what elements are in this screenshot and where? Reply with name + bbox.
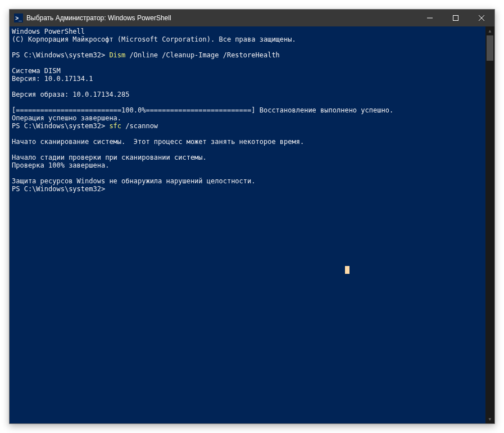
- output-line: [==========================100.0%=======…: [12, 106, 485, 114]
- terminal-area: Windows PowerShell(C) Корпорация Майкрос…: [10, 26, 494, 423]
- output-line: Защита ресурсов Windows не обнаружила на…: [12, 177, 485, 185]
- close-button[interactable]: [469, 10, 494, 26]
- scroll-down-arrow[interactable]: ▼: [485, 414, 494, 423]
- close-icon: [479, 15, 484, 21]
- prompt-path: PS C:\Windows\system32>: [12, 122, 109, 130]
- output-line: [12, 146, 485, 154]
- maximize-icon: [453, 15, 458, 21]
- output-line: Операция успешно завершена.: [12, 114, 485, 122]
- minimize-icon: [427, 15, 433, 21]
- window-titlebar[interactable]: >_ Выбрать Администратор: Windows PowerS…: [10, 10, 494, 26]
- output-line: [12, 130, 485, 138]
- maximize-button[interactable]: [443, 10, 469, 26]
- svg-rect-1: [453, 16, 458, 21]
- output-line: [12, 59, 485, 67]
- mouse-cursor: [345, 266, 349, 274]
- output-line: [12, 169, 485, 177]
- minimize-button[interactable]: [417, 10, 443, 26]
- output-line: (C) Корпорация Майкрософт (Microsoft Cor…: [12, 35, 485, 43]
- powershell-window: >_ Выбрать Администратор: Windows PowerS…: [9, 9, 495, 424]
- vertical-scrollbar[interactable]: ▲ ▼: [485, 26, 494, 423]
- output-line: Windows PowerShell: [12, 28, 485, 35]
- output-line: Начало стадии проверки при сканировании …: [12, 154, 485, 161]
- terminal-output[interactable]: Windows PowerShell(C) Корпорация Майкрос…: [10, 26, 485, 423]
- output-line: [12, 43, 485, 51]
- prompt-line: PS C:\Windows\system32> sfc /scannow: [12, 122, 485, 130]
- output-line: Cистема DISM: [12, 67, 485, 75]
- powershell-icon: >_: [14, 13, 23, 22]
- command-name: Dism: [109, 51, 129, 59]
- output-line: Проверка 100% завершена.: [12, 161, 485, 169]
- output-line: [12, 83, 485, 91]
- prompt-line: PS C:\Windows\system32>: [12, 185, 485, 193]
- prompt-path: PS C:\Windows\system32>: [12, 51, 109, 59]
- scroll-up-arrow[interactable]: ▲: [485, 26, 494, 35]
- window-controls: [417, 10, 494, 26]
- command-args: /scannow: [125, 122, 158, 130]
- scrollbar-thumb[interactable]: [487, 35, 493, 61]
- scrollbar-track[interactable]: [485, 35, 494, 414]
- command-args: /Online /Cleanup-Image /RestoreHealth: [130, 51, 280, 59]
- output-line: Версия образа: 10.0.17134.285: [12, 91, 485, 98]
- command-name: sfc: [109, 122, 125, 130]
- window-title: Выбрать Администратор: Windows PowerShel…: [26, 14, 417, 22]
- output-line: [12, 98, 485, 106]
- output-line: Версия: 10.0.17134.1: [12, 75, 485, 83]
- output-line: Начато сканирование системы. Этот процес…: [12, 138, 485, 146]
- prompt-path: PS C:\Windows\system32>: [12, 185, 109, 193]
- prompt-line: PS C:\Windows\system32> Dism /Online /Cl…: [12, 51, 485, 59]
